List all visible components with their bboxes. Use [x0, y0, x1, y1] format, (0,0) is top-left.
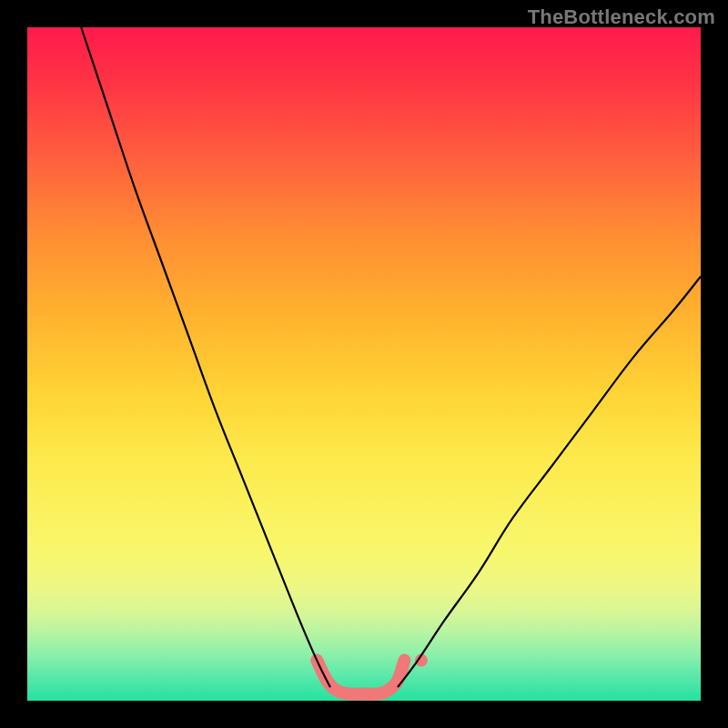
left-branch-line [81, 27, 330, 687]
watermark-text: TheBottleneck.com [528, 5, 715, 29]
valley-highlight-line [317, 661, 404, 694]
right-branch-line [398, 277, 701, 687]
chart-frame: TheBottleneck.com [0, 0, 728, 728]
plot-area [27, 27, 701, 701]
chart-svg [27, 27, 701, 701]
